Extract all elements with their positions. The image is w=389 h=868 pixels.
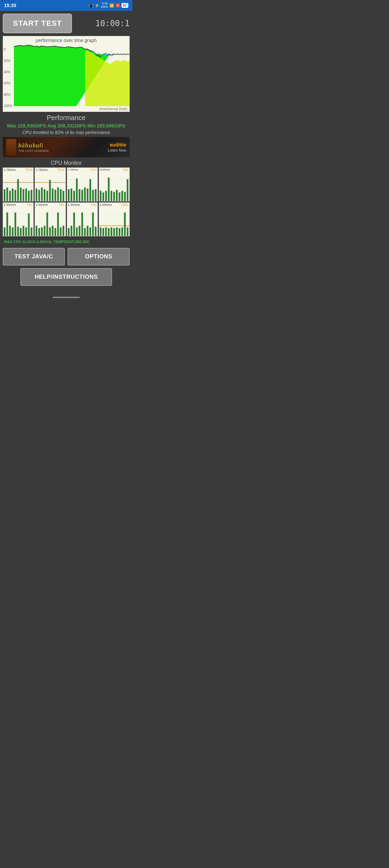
cpu-cell-6-freq: 2.34GHz [68,203,80,206]
svg-rect-20 [6,188,8,201]
svg-rect-26 [23,189,24,201]
svg-rect-129 [108,228,110,236]
cpu-cell-4-freq: 2.34GHz [4,203,16,206]
svg-rect-110 [68,228,69,236]
svg-rect-71 [116,190,117,201]
cpu-mini-chart-5 [35,208,65,236]
svg-rect-127 [103,228,104,236]
cpu-cell-3: 0C8GHz T0C [99,167,130,201]
cpu-status: MAX CPU CLOCK:2.99GHz, TEMPERATURE:50C [3,238,130,245]
main-content: START TEST 10:00:1 performance over time… [0,11,132,294]
cpu-cell-5-freq: 2.34GHz [36,203,48,206]
svg-rect-113 [76,228,77,236]
svg-rect-28 [28,191,30,201]
cpu-cell-7-header: 2.40GHz T26C [99,203,129,207]
performance-throttle: CPU throttled to 82% of its max performa… [3,130,130,135]
svg-rect-54 [78,189,80,201]
svg-rect-114 [78,226,80,236]
svg-rect-38 [44,189,45,201]
ad-title: bāhubali [18,142,49,149]
vibrate-icon: 📳 [89,3,93,8]
cpu-cell-7-temp: T26C [121,203,129,206]
svg-rect-45 [63,191,64,201]
cpu-cell-7-freq: 2.40GHz [100,203,112,206]
svg-rect-43 [57,188,59,201]
svg-rect-80 [4,228,5,236]
svg-rect-103 [57,213,59,236]
svg-rect-81 [6,213,8,236]
svg-rect-120 [95,227,96,236]
nav-pill [53,297,80,298]
cpu-cell-1-header: 1.78GHz T27C [35,168,65,172]
graph-canvas [14,44,129,106]
cpu-cell-0: 1.78GHz T27C [3,167,34,201]
svg-rect-23 [15,190,16,201]
cpu-cell-3-header: 0C8GHz T0C [99,168,129,172]
cpu-cell-0-header: 1.78GHz T27C [3,168,33,172]
svg-rect-55 [81,190,83,201]
svg-rect-90 [31,228,32,236]
cpu-cell-1: 1.78GHz T27C [35,167,66,201]
svg-rect-95 [36,226,37,236]
cpu-mini-chart-2 [67,173,97,201]
options-button[interactable]: OPTIONS [68,248,130,265]
cpu-grid: 1.78GHz T27C [3,167,130,236]
svg-rect-100 [49,228,51,236]
ad-banner[interactable]: bāhubali THE LOST LEGENDS audible Listen… [3,137,130,157]
svg-rect-83 [12,228,14,236]
status-bar: 15:35 📳 ⚡ 0.00KB/S 📶 ✕ 97 [0,0,132,11]
svg-rect-40 [49,180,51,201]
cpu-cell-6: 2.34GHz T0C [67,202,98,236]
svg-rect-41 [52,189,54,201]
svg-rect-39 [47,191,48,201]
help-btn-row: HELP/INSTRUCTIONS [3,268,130,286]
performance-graph-section: performance over time graph 100% 80% 60%… [3,36,130,112]
cpu-cell-4-header: 2.34GHz T0C [3,203,33,207]
header-row: START TEST 10:00:1 [3,14,130,33]
status-icons: 📳 ⚡ 0.00KB/S 📶 ✕ 97 [89,2,128,9]
cpu-status-text: MAX CPU CLOCK:2.99GHz, TEMPERATURE:50C [4,240,90,244]
svg-rect-51 [70,189,72,201]
cpu-mini-chart-3 [99,173,129,201]
svg-rect-112 [73,213,75,236]
cpu-cell-2: 1.78GHz T-273 [67,167,98,201]
svg-rect-66 [103,193,104,201]
svg-rect-74 [124,192,126,201]
svg-rect-60 [95,189,96,201]
ad-left: bāhubali THE LOST LEGENDS [6,139,49,155]
svg-rect-68 [108,178,110,201]
status-time: 15:35 [4,3,16,8]
cpu-cell-4-temp: T0C [27,203,33,206]
svg-rect-86 [20,228,22,236]
svg-rect-19 [4,189,5,201]
svg-rect-97 [41,228,43,236]
svg-rect-135 [124,213,126,236]
ad-right: audible Listen Now [108,142,126,152]
svg-rect-53 [76,179,77,201]
svg-rect-85 [17,227,19,236]
svg-rect-119 [92,213,94,236]
ad-figure-image [6,139,16,155]
cpu-cell-7: 2.40GHz T26C [99,202,130,236]
cpu-cell-0-temp: T27C [25,168,33,172]
start-test-button[interactable]: START TEST [3,14,72,33]
svg-rect-89 [28,214,30,236]
help-instructions-button[interactable]: HELP/INSTRUCTIONS [20,268,112,286]
svg-rect-24 [17,179,19,201]
svg-rect-69 [110,191,112,201]
audible-cta: Listen Now [108,148,126,152]
svg-rect-59 [92,190,94,201]
svg-rect-75 [127,179,128,201]
performance-section: Performance Max 228,936GIPS Avg 208,331G… [3,114,130,135]
graph-title: performance over time graph [3,36,129,44]
svg-rect-88 [25,228,27,236]
close-icon: ✕ [115,3,120,8]
graph-container: 100% 80% 60% 40% 20% 0 [3,44,129,112]
svg-rect-82 [9,226,11,236]
svg-rect-27 [25,189,27,201]
test-java-c-button[interactable]: TEST JAVA/C [3,248,65,265]
svg-rect-126 [100,228,101,236]
svg-rect-50 [68,189,69,201]
svg-rect-84 [15,213,16,236]
svg-rect-35 [36,189,37,201]
